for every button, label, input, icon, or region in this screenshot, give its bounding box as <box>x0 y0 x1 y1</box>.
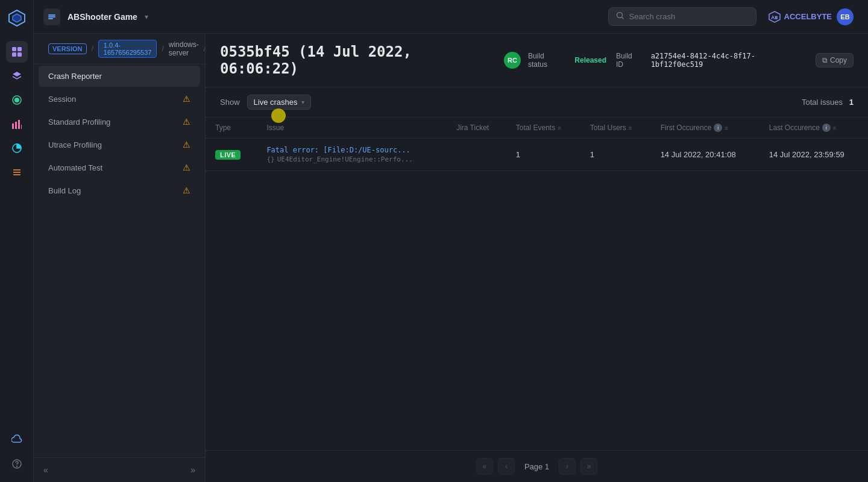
app-icon <box>43 8 60 25</box>
search-input[interactable] <box>629 12 749 21</box>
cell-issue: Fatal error: [File:D:/UE-sourc... {} UE4… <box>257 139 447 171</box>
breadcrumb-sep-1: / <box>92 45 93 53</box>
build-id-label: Build ID <box>616 52 641 69</box>
cell-last-occurrence: 14 Jul 2022, 23:59:59 <box>760 139 868 171</box>
first-occurrence-filter-icon[interactable]: ≡ <box>725 125 728 131</box>
accelbyte-brand: Aʙ ACCELBYTE <box>769 11 832 23</box>
svg-point-6 <box>14 98 19 102</box>
copy-label: Copy <box>830 56 847 64</box>
cell-total-events: 1 <box>506 139 580 171</box>
sidebar-item-help[interactable] <box>6 453 28 475</box>
total-issues-count: 1 <box>849 98 854 107</box>
th-first-occurrence: First Occurence i ≡ <box>651 117 760 139</box>
pagination-page-label: Page 1 <box>520 462 554 471</box>
sidebar-item-analytics[interactable] <box>6 113 28 135</box>
sidebar-item-session[interactable]: Session ⚠ <box>39 88 200 110</box>
last-occurrence-info-icon[interactable]: i <box>822 124 831 132</box>
sidebar-item-cloud[interactable] <box>6 429 28 451</box>
th-issue: Issue <box>257 117 447 139</box>
show-bar: Show Live crashes ▾ Total issues 1 <box>206 87 868 117</box>
sidebar-expand-left-icon[interactable]: « <box>43 465 48 475</box>
build-id-value: a21754e4-8412-4c4c-8f17-1bf12f0ec519 <box>651 52 806 69</box>
sidebar-expand-right-icon[interactable]: » <box>190 465 195 475</box>
copy-icon: ⧉ <box>822 56 828 64</box>
version-badge[interactable]: VERSION <box>48 43 87 54</box>
main-panel: 0535bf45 (14 Jul 2022, 06:06:22) RC Buil… <box>206 34 868 482</box>
pagination-next-btn[interactable]: › <box>559 458 576 475</box>
pagination-last-btn[interactable]: » <box>580 458 597 475</box>
cell-jira <box>447 139 506 171</box>
table-row[interactable]: LIVE Fatal error: [File:D:/UE-sourc... {… <box>206 139 868 171</box>
svg-rect-4 <box>12 52 16 57</box>
svg-rect-10 <box>18 120 20 129</box>
table-body: LIVE Fatal error: [File:D:/UE-sourc... {… <box>206 139 868 171</box>
total-issues: Total issues 1 <box>802 98 854 107</box>
show-value-text: Live crashes <box>254 98 298 107</box>
svg-rect-8 <box>12 124 14 129</box>
user-avatar: EB <box>837 8 854 25</box>
standard-profiling-warn-icon: ⚠ <box>183 117 190 127</box>
cell-total-users: 1 <box>580 139 651 171</box>
standard-profiling-label: Standard Profiling <box>48 117 110 127</box>
last-occurrence-filter-icon[interactable]: ≡ <box>833 125 837 131</box>
first-occurrence-info-icon[interactable]: i <box>714 124 722 132</box>
sidebar-item-automated-test[interactable]: Automated Test ⚠ <box>39 157 200 178</box>
total-users-filter-icon[interactable]: ≡ <box>629 125 632 131</box>
issue-title[interactable]: Fatal error: [File:D:/UE-sourc... <box>266 146 437 154</box>
svg-rect-16 <box>48 16 55 17</box>
breadcrumb-sep-2: / <box>162 45 163 53</box>
total-issues-label: Total issues <box>802 98 843 107</box>
sidebar-item-star[interactable] <box>6 89 28 111</box>
issue-subtitle: {} UE4Editor_Engine!UEngine::Perfo... <box>266 155 437 163</box>
sidebar-item-layers[interactable] <box>6 65 28 87</box>
svg-rect-17 <box>48 18 53 19</box>
user-badge[interactable]: Aʙ ACCELBYTE EB <box>764 6 858 28</box>
pagination-first-btn[interactable]: « <box>476 458 493 475</box>
session-warn-icon: ⚠ <box>183 94 190 104</box>
cell-type: LIVE <box>206 139 257 171</box>
app-title-chevron-icon[interactable]: ▾ <box>145 13 148 21</box>
issue-sub-text: UE4Editor_Engine!UEngine::Perfo... <box>277 155 413 163</box>
th-total-users: Total Users ≡ <box>580 117 651 139</box>
sidebar-footer: « » <box>34 457 205 482</box>
sidebar-item-utrace-profiling[interactable]: Utrace Profiling ⚠ <box>39 134 200 155</box>
th-total-events: Total Events ≡ <box>506 117 580 139</box>
pagination-prev-btn[interactable]: ‹ <box>498 458 515 475</box>
pagination: « ‹ Page 1 › » <box>206 450 868 482</box>
icon-bar <box>0 0 34 482</box>
svg-rect-11 <box>21 125 22 129</box>
sidebar-item-standard-profiling[interactable]: Standard Profiling ⚠ <box>39 111 200 133</box>
brand-name: ACCELBYTE <box>784 12 832 21</box>
search-icon <box>616 11 624 22</box>
sidebar-item-dashboard[interactable] <box>6 41 28 63</box>
svg-rect-3 <box>17 47 22 51</box>
sidebar: VERSION / 1.0.4-1657656295537 / windows-… <box>34 34 206 482</box>
search-box[interactable] <box>608 7 756 26</box>
sidebar-item-build-log[interactable]: Build Log ⚠ <box>39 180 200 201</box>
sidebar-item-chart[interactable] <box>6 137 28 159</box>
live-badge: LIVE <box>215 150 241 160</box>
breadcrumb: VERSION / 1.0.4-1657656295537 / windows-… <box>34 34 205 64</box>
sidebar-item-crash-reporter[interactable]: Crash Reporter <box>39 66 200 87</box>
topbar: ABShooter Game ▾ Aʙ ACCELBYTE EB <box>34 0 868 34</box>
utrace-profiling-label: Utrace Profiling <box>48 140 102 149</box>
build-version[interactable]: 1.0.4-1657656295537 <box>98 40 157 58</box>
svg-rect-15 <box>48 14 55 16</box>
platform-item: windows-server <box>169 40 199 57</box>
sidebar-item-settings[interactable] <box>6 161 28 183</box>
copy-button[interactable]: ⧉ Copy <box>816 53 854 67</box>
app-title[interactable]: ABShooter Game <box>68 12 137 22</box>
main-area: ABShooter Game ▾ Aʙ ACCELBYTE EB <box>34 0 868 482</box>
show-dropdown[interactable]: Live crashes ▾ <box>247 95 311 110</box>
app-logo <box>6 7 28 29</box>
page-title: 0535bf45 (14 Jul 2022, 06:06:22) <box>220 43 497 77</box>
build-status-value: Released <box>574 56 606 64</box>
build-meta: Build status Released Build ID a21754e4-… <box>528 52 854 69</box>
build-status-label: Build status <box>528 52 565 69</box>
curly-icon: {} <box>266 155 274 163</box>
crash-reporter-label: Crash Reporter <box>48 72 102 81</box>
total-events-filter-icon[interactable]: ≡ <box>558 125 561 131</box>
build-log-label: Build Log <box>48 186 81 195</box>
utrace-profiling-warn-icon: ⚠ <box>183 140 190 149</box>
svg-point-18 <box>617 13 622 18</box>
